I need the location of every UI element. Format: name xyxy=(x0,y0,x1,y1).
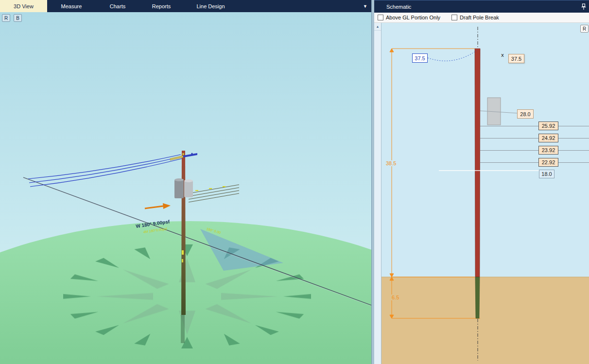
pole-top-x-marker: x xyxy=(500,52,505,58)
render-mode-r-button[interactable]: R xyxy=(2,14,10,22)
tab-measure[interactable]: Measure xyxy=(47,0,96,12)
tab-line-design[interactable]: Line Design xyxy=(183,0,238,12)
draft-pole-break-checkbox-box[interactable] xyxy=(451,15,457,20)
below-ground-dimension: 6.5 xyxy=(391,295,400,300)
attachment-height-label[interactable]: 24.92 xyxy=(538,134,558,142)
tab-3d-view[interactable]: 3D View xyxy=(0,0,47,12)
schematic-r-button[interactable]: R xyxy=(580,25,589,33)
pole-reflection xyxy=(181,315,185,343)
attachment-height-label[interactable]: 22.92 xyxy=(538,158,558,167)
utility-pole[interactable] xyxy=(181,151,186,315)
render-mode-b-button[interactable]: B xyxy=(14,14,22,22)
pin-icon[interactable] xyxy=(581,3,587,10)
above-gl-checkbox[interactable]: Above GL Portion Only xyxy=(378,15,440,20)
tab-overflow-chevron-icon[interactable]: ▼ xyxy=(363,0,367,12)
draft-pole-break-checkbox[interactable]: Draft Pole Break xyxy=(451,15,499,20)
schematic-canvas[interactable]: ▲ 37.5 x 37.5 28.0 25.92 24.92 23.92 22.… xyxy=(374,23,589,364)
tab-bar: 3D View Measure Charts Reports Line Desi… xyxy=(0,0,371,12)
3d-scene: W 180° 9.00psf 4M 180°0.00psf 180° 0.00 xyxy=(0,12,371,364)
scroll-up-icon[interactable]: ▲ xyxy=(374,23,381,31)
attachment-height-label[interactable]: 25.92 xyxy=(538,121,558,130)
schematic-drawing xyxy=(374,23,589,364)
insulator-icon xyxy=(182,153,184,155)
tab-reports[interactable]: Reports xyxy=(139,0,183,12)
schematic-toolbar: Above GL Portion Only Draft Pole Break xyxy=(374,13,589,23)
pole-top-height-label[interactable]: 37.5 xyxy=(508,54,524,63)
transformer-bank[interactable] xyxy=(174,178,193,198)
lowest-attachment-label[interactable]: 18.0 xyxy=(539,170,554,178)
schematic-titlebar: Schematic xyxy=(374,0,589,13)
insulator-icon xyxy=(191,153,193,155)
height-callout-leader xyxy=(428,51,477,61)
schematic-pole-above-ground[interactable] xyxy=(475,49,480,277)
schematic-pole-below-ground[interactable] xyxy=(475,277,480,318)
tab-charts[interactable]: Charts xyxy=(96,0,139,12)
attachment-height-label[interactable]: 23.92 xyxy=(538,146,558,155)
above-gl-checkbox-label: Above GL Portion Only xyxy=(386,15,440,20)
above-gl-checkbox-box[interactable] xyxy=(378,15,383,20)
transformer-height-label[interactable]: 28.0 xyxy=(517,109,534,119)
schematic-panel: Schematic Above GL Portion Only Draft Po… xyxy=(374,0,589,364)
3d-viewport[interactable]: W 180° 9.00psf 4M 180°0.00psf 180° 0.00 … xyxy=(0,12,371,364)
ground-soil xyxy=(374,277,589,364)
schematic-scrollbar[interactable]: ▲ xyxy=(374,23,381,364)
draft-pole-break-checkbox-label: Draft Pole Break xyxy=(460,15,499,20)
attachment-lines xyxy=(480,126,589,163)
schematic-title: Schematic xyxy=(386,4,411,10)
pole-height-input[interactable]: 37.5 xyxy=(412,53,428,63)
above-ground-dimension: 38.5 xyxy=(385,160,397,166)
